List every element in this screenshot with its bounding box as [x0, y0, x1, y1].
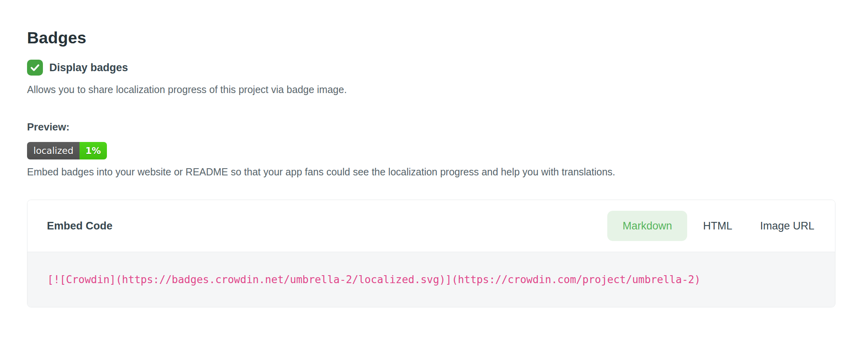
display-badges-description: Allows you to share localization progres…	[27, 83, 835, 96]
localization-badge-preview: localized 1%	[27, 142, 107, 159]
display-badges-label[interactable]: Display badges	[49, 62, 128, 74]
tab-image-url[interactable]: Image URL	[748, 211, 826, 241]
embed-code-snippet[interactable]: [![Crowdin](https://badges.crowdin.net/u…	[47, 274, 701, 286]
embed-code-title: Embed Code	[47, 220, 112, 232]
display-badges-row: Display badges	[27, 60, 835, 76]
page-title: Badges	[27, 29, 835, 47]
embed-card-header: Embed Code Markdown HTML Image URL	[27, 200, 835, 252]
display-badges-checkbox[interactable]	[27, 60, 43, 76]
embed-hint-text: Embed badges into your website or README…	[27, 165, 835, 179]
badge-value-segment: 1%	[79, 142, 107, 159]
badge-label-segment: localized	[27, 142, 79, 159]
tab-html[interactable]: HTML	[691, 211, 744, 241]
preview-label: Preview:	[27, 120, 835, 134]
embed-code-card: Embed Code Markdown HTML Image URL [![Cr…	[27, 200, 835, 307]
embed-format-tabs: Markdown HTML Image URL	[607, 211, 826, 241]
tab-markdown[interactable]: Markdown	[607, 211, 687, 241]
checkmark-icon	[30, 62, 40, 73]
embed-code-body: [![Crowdin](https://badges.crowdin.net/u…	[27, 252, 835, 307]
badges-settings-page: Badges Display badges Allows you to shar…	[0, 29, 868, 342]
